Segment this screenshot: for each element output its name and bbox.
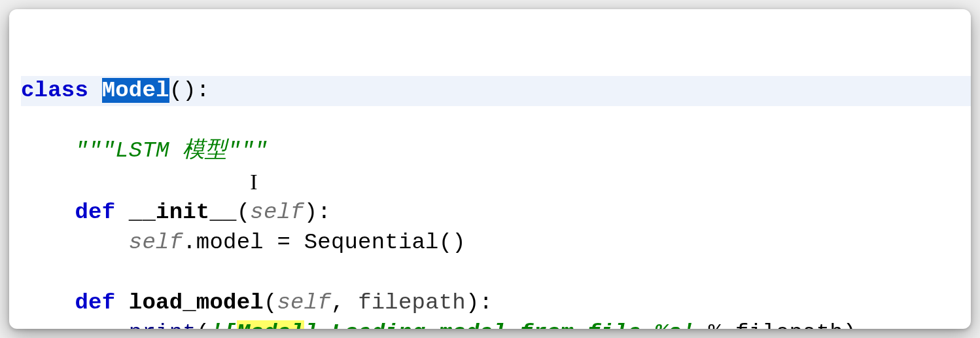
class-name: Model bbox=[102, 78, 169, 103]
keyword-def: def bbox=[75, 290, 115, 315]
text-cursor-icon: I bbox=[250, 167, 258, 197]
code-block: class Model(): """LSTM 模型""" I def __ini… bbox=[21, 16, 971, 329]
code-line-4[interactable]: def __init__(self): bbox=[21, 200, 331, 225]
keyword-def: def bbox=[75, 200, 115, 225]
code-line-5[interactable]: self.model = Sequential() bbox=[21, 230, 466, 255]
arg-filepath: filepath bbox=[735, 320, 843, 329]
code-line-7[interactable]: print('[Model] Loading model from file %… bbox=[21, 320, 856, 329]
param-filepath: filepath bbox=[358, 290, 466, 315]
keyword-class: class bbox=[21, 78, 88, 103]
code-line-blank[interactable] bbox=[21, 260, 35, 285]
code-line-2[interactable]: """LSTM 模型""" bbox=[21, 138, 268, 163]
assignment: .model = Sequential() bbox=[183, 230, 466, 255]
docstring: """LSTM 模型""" bbox=[75, 138, 268, 163]
builtin-print: print bbox=[129, 320, 196, 329]
parens-colon: (): bbox=[169, 78, 210, 103]
search-highlight: Model bbox=[237, 320, 304, 329]
code-line-1[interactable]: class Model(): bbox=[21, 76, 971, 106]
code-editor-panel[interactable]: class Model(): """LSTM 模型""" I def __ini… bbox=[9, 9, 971, 329]
code-line-3[interactable]: I bbox=[21, 170, 258, 195]
function-name-init: __init__ bbox=[129, 200, 237, 225]
selected-text[interactable]: Model bbox=[102, 78, 169, 103]
function-name-load: load_model bbox=[129, 290, 264, 315]
self-ref: self bbox=[129, 230, 183, 255]
string-literal: '[Model] Loading model from file %s' bbox=[209, 320, 695, 329]
code-line-6[interactable]: def load_model(self, filepath): bbox=[21, 290, 493, 315]
param-self: self bbox=[277, 290, 331, 315]
param-self: self bbox=[250, 200, 304, 225]
